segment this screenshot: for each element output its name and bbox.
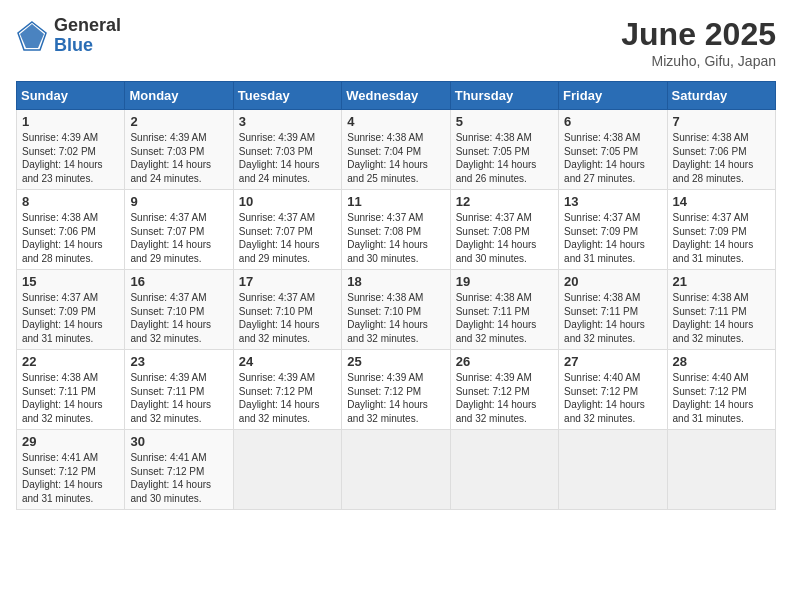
day-info: Sunrise: 4:41 AM Sunset: 7:12 PM Dayligh… [22,451,119,505]
location: Mizuho, Gifu, Japan [621,53,776,69]
calendar-cell: 24Sunrise: 4:39 AM Sunset: 7:12 PM Dayli… [233,350,341,430]
day-number: 5 [456,114,553,129]
day-info: Sunrise: 4:37 AM Sunset: 7:07 PM Dayligh… [130,211,227,265]
day-number: 25 [347,354,444,369]
calendar-cell: 26Sunrise: 4:39 AM Sunset: 7:12 PM Dayli… [450,350,558,430]
calendar-week-3: 15Sunrise: 4:37 AM Sunset: 7:09 PM Dayli… [17,270,776,350]
calendar-cell [342,430,450,510]
calendar-cell: 18Sunrise: 4:38 AM Sunset: 7:10 PM Dayli… [342,270,450,350]
day-number: 6 [564,114,661,129]
calendar-table: Sunday Monday Tuesday Wednesday Thursday… [16,81,776,510]
calendar-cell: 22Sunrise: 4:38 AM Sunset: 7:11 PM Dayli… [17,350,125,430]
header-tuesday: Tuesday [233,82,341,110]
calendar-cell: 20Sunrise: 4:38 AM Sunset: 7:11 PM Dayli… [559,270,667,350]
header-saturday: Saturday [667,82,775,110]
calendar-cell: 14Sunrise: 4:37 AM Sunset: 7:09 PM Dayli… [667,190,775,270]
day-number: 24 [239,354,336,369]
day-number: 15 [22,274,119,289]
calendar-cell [450,430,558,510]
calendar-cell: 30Sunrise: 4:41 AM Sunset: 7:12 PM Dayli… [125,430,233,510]
calendar-week-4: 22Sunrise: 4:38 AM Sunset: 7:11 PM Dayli… [17,350,776,430]
day-number: 20 [564,274,661,289]
calendar-cell: 6Sunrise: 4:38 AM Sunset: 7:05 PM Daylig… [559,110,667,190]
calendar-cell: 13Sunrise: 4:37 AM Sunset: 7:09 PM Dayli… [559,190,667,270]
day-info: Sunrise: 4:37 AM Sunset: 7:09 PM Dayligh… [22,291,119,345]
day-info: Sunrise: 4:37 AM Sunset: 7:10 PM Dayligh… [130,291,227,345]
day-number: 16 [130,274,227,289]
calendar-cell: 4Sunrise: 4:38 AM Sunset: 7:04 PM Daylig… [342,110,450,190]
header-wednesday: Wednesday [342,82,450,110]
day-info: Sunrise: 4:37 AM Sunset: 7:09 PM Dayligh… [673,211,770,265]
day-info: Sunrise: 4:39 AM Sunset: 7:11 PM Dayligh… [130,371,227,425]
day-number: 17 [239,274,336,289]
calendar-cell: 17Sunrise: 4:37 AM Sunset: 7:10 PM Dayli… [233,270,341,350]
calendar-cell: 25Sunrise: 4:39 AM Sunset: 7:12 PM Dayli… [342,350,450,430]
day-number: 28 [673,354,770,369]
calendar-cell: 2Sunrise: 4:39 AM Sunset: 7:03 PM Daylig… [125,110,233,190]
calendar-cell: 10Sunrise: 4:37 AM Sunset: 7:07 PM Dayli… [233,190,341,270]
day-info: Sunrise: 4:37 AM Sunset: 7:08 PM Dayligh… [456,211,553,265]
day-info: Sunrise: 4:38 AM Sunset: 7:05 PM Dayligh… [456,131,553,185]
day-info: Sunrise: 4:40 AM Sunset: 7:12 PM Dayligh… [673,371,770,425]
day-number: 26 [456,354,553,369]
day-number: 7 [673,114,770,129]
day-number: 13 [564,194,661,209]
day-info: Sunrise: 4:40 AM Sunset: 7:12 PM Dayligh… [564,371,661,425]
calendar-cell: 23Sunrise: 4:39 AM Sunset: 7:11 PM Dayli… [125,350,233,430]
calendar-cell: 7Sunrise: 4:38 AM Sunset: 7:06 PM Daylig… [667,110,775,190]
calendar-cell: 3Sunrise: 4:39 AM Sunset: 7:03 PM Daylig… [233,110,341,190]
day-number: 21 [673,274,770,289]
logo-blue-text: Blue [54,36,121,56]
day-info: Sunrise: 4:38 AM Sunset: 7:04 PM Dayligh… [347,131,444,185]
calendar-cell: 16Sunrise: 4:37 AM Sunset: 7:10 PM Dayli… [125,270,233,350]
day-info: Sunrise: 4:38 AM Sunset: 7:05 PM Dayligh… [564,131,661,185]
logo-text: General Blue [54,16,121,56]
calendar-cell: 12Sunrise: 4:37 AM Sunset: 7:08 PM Dayli… [450,190,558,270]
day-number: 2 [130,114,227,129]
calendar-cell: 15Sunrise: 4:37 AM Sunset: 7:09 PM Dayli… [17,270,125,350]
day-info: Sunrise: 4:38 AM Sunset: 7:11 PM Dayligh… [22,371,119,425]
calendar-cell: 8Sunrise: 4:38 AM Sunset: 7:06 PM Daylig… [17,190,125,270]
day-info: Sunrise: 4:39 AM Sunset: 7:12 PM Dayligh… [347,371,444,425]
calendar-cell: 19Sunrise: 4:38 AM Sunset: 7:11 PM Dayli… [450,270,558,350]
day-number: 14 [673,194,770,209]
day-info: Sunrise: 4:38 AM Sunset: 7:11 PM Dayligh… [456,291,553,345]
calendar-cell: 27Sunrise: 4:40 AM Sunset: 7:12 PM Dayli… [559,350,667,430]
day-info: Sunrise: 4:38 AM Sunset: 7:11 PM Dayligh… [673,291,770,345]
calendar-week-2: 8Sunrise: 4:38 AM Sunset: 7:06 PM Daylig… [17,190,776,270]
day-info: Sunrise: 4:37 AM Sunset: 7:08 PM Dayligh… [347,211,444,265]
calendar-week-1: 1Sunrise: 4:39 AM Sunset: 7:02 PM Daylig… [17,110,776,190]
logo-icon [16,20,48,52]
header-thursday: Thursday [450,82,558,110]
day-info: Sunrise: 4:38 AM Sunset: 7:10 PM Dayligh… [347,291,444,345]
calendar-cell [233,430,341,510]
day-info: Sunrise: 4:38 AM Sunset: 7:06 PM Dayligh… [673,131,770,185]
calendar-cell: 11Sunrise: 4:37 AM Sunset: 7:08 PM Dayli… [342,190,450,270]
calendar-cell: 28Sunrise: 4:40 AM Sunset: 7:12 PM Dayli… [667,350,775,430]
calendar-cell: 29Sunrise: 4:41 AM Sunset: 7:12 PM Dayli… [17,430,125,510]
day-number: 1 [22,114,119,129]
day-info: Sunrise: 4:38 AM Sunset: 7:11 PM Dayligh… [564,291,661,345]
day-number: 11 [347,194,444,209]
month-title: June 2025 [621,16,776,53]
day-number: 8 [22,194,119,209]
day-number: 4 [347,114,444,129]
day-number: 10 [239,194,336,209]
logo-general-text: General [54,16,121,36]
day-number: 18 [347,274,444,289]
day-info: Sunrise: 4:39 AM Sunset: 7:12 PM Dayligh… [239,371,336,425]
day-info: Sunrise: 4:37 AM Sunset: 7:09 PM Dayligh… [564,211,661,265]
day-number: 12 [456,194,553,209]
day-info: Sunrise: 4:41 AM Sunset: 7:12 PM Dayligh… [130,451,227,505]
day-number: 22 [22,354,119,369]
day-info: Sunrise: 4:38 AM Sunset: 7:06 PM Dayligh… [22,211,119,265]
calendar-week-5: 29Sunrise: 4:41 AM Sunset: 7:12 PM Dayli… [17,430,776,510]
header-monday: Monday [125,82,233,110]
logo: General Blue [16,16,121,56]
page-header: General Blue June 2025 Mizuho, Gifu, Jap… [16,16,776,69]
calendar-cell: 9Sunrise: 4:37 AM Sunset: 7:07 PM Daylig… [125,190,233,270]
day-number: 27 [564,354,661,369]
day-number: 23 [130,354,227,369]
day-info: Sunrise: 4:37 AM Sunset: 7:10 PM Dayligh… [239,291,336,345]
title-block: June 2025 Mizuho, Gifu, Japan [621,16,776,69]
